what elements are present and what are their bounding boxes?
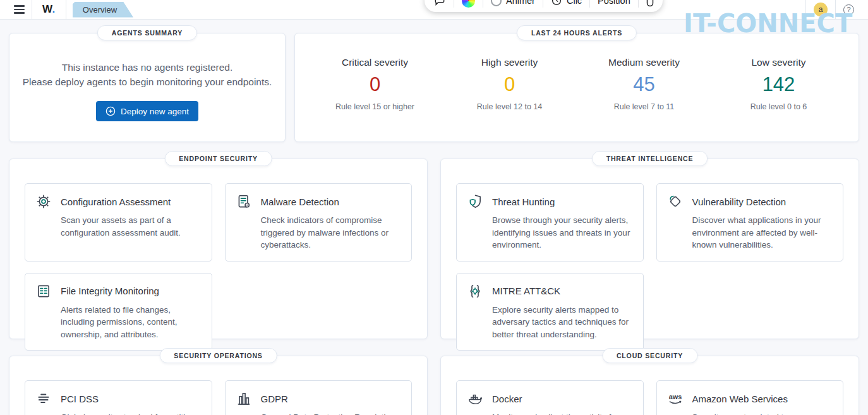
card-title[interactable]: Malware Detection [261,196,339,207]
svg-text:aws: aws [668,393,681,400]
card-threat-hunting[interactable]: Threat Hunting Browse through your secur… [456,183,644,262]
card-malware-detection[interactable]: Malware Detection Check indicators of co… [225,183,413,262]
comment-bubble-icon[interactable] [433,0,446,7]
panel-title-endpoint-security: ENDPOINT SECURITY [164,151,272,166]
divider [483,0,483,8]
card-description: Browse through your security alerts, ide… [492,214,633,251]
card-file-integrity-monitoring[interactable]: File Integrity Monitoring Alerts related… [25,273,212,351]
card-description: Monitor and collect the activity from Do… [492,411,633,415]
panel-title-agents-summary: AGENTS SUMMARY [97,25,197,40]
card-title[interactable]: GDPR [261,394,288,404]
docker-icon [467,390,483,407]
vulnerability-detection-icon [667,193,684,210]
divider [589,0,590,8]
menu-hamburger-icon[interactable] [6,5,32,13]
configuration-assessment-icon [35,193,52,210]
help-icon[interactable]: ? [843,4,854,15]
card-docker[interactable]: Docker Monitor and collect the activity … [456,380,644,415]
card-description: Alerts related to file changes, includin… [61,304,202,341]
mouse-icon[interactable] [646,0,654,7]
agents-empty-message: This instance has no agents registered. … [23,60,272,89]
mitre-attack-icon [467,283,483,299]
card-title[interactable]: Docker [492,394,522,404]
threat-hunting-icon [467,193,483,210]
medium-severity-count[interactable]: 45 [577,73,711,97]
user-avatar[interactable]: a [814,3,828,16]
card-title[interactable]: Threat Hunting [492,196,555,207]
threat-intelligence-panel: THREAT INTELLIGENCE Threat Hunting Brows… [440,159,859,339]
card-title[interactable]: PCI DSS [61,394,99,404]
last-24-hours-alerts-panel: LAST 24 HOURS ALERTS Critical severity 0… [294,33,859,142]
security-operations-panel: SECURITY OPERATIONS PCI DSS Glo [9,356,428,415]
gdpr-icon [236,390,252,407]
panel-title-security-operations: SECURITY OPERATIONS [159,348,277,363]
card-title[interactable]: Vulnerability Detection [692,196,787,207]
file-integrity-monitoring-icon [35,283,52,299]
critical-severity-count[interactable]: 0 [308,73,442,97]
position-tool[interactable]: Position [598,0,630,6]
pci-dss-icon [35,390,52,407]
card-amazon-web-services[interactable]: aws Amazon Web Services Security events … [656,380,844,415]
low-severity-count[interactable]: 142 [711,73,846,97]
card-mitre-attack[interactable]: MITRE ATT&CK Explore security alerts map… [456,273,644,351]
medium-severity-stat[interactable]: Medium severity 45 Rule level 7 to 11 [577,57,711,111]
divider [805,0,806,19]
card-description: Security events related to your Amazon A… [692,411,833,415]
click-label: Clic [567,0,582,6]
panel-title-threat-intelligence: THREAT INTELLIGENCE [592,151,708,166]
card-title[interactable]: Configuration Assessment [61,196,171,207]
breadcrumb-overview-tab[interactable]: Overview [73,2,133,18]
card-description: Check indicators of compromise triggered… [261,214,402,251]
card-title[interactable]: File Integrity Monitoring [61,286,159,296]
agents-summary-panel: AGENTS SUMMARY This instance has no agen… [9,33,286,142]
aws-icon: aws [667,390,684,407]
color-wheel-icon[interactable] [462,0,475,8]
card-gdpr[interactable]: GDPR General Data Protection Regulation … [225,380,413,415]
divider [66,0,66,19]
panel-title-last-24-hours-alerts: LAST 24 HOURS ALERTS [517,25,637,40]
plus-circle-icon [105,106,116,116]
animate-tool[interactable]: Animer [491,0,535,6]
high-severity-stat[interactable]: High severity 0 Rule level 12 to 14 [442,57,577,111]
malware-detection-icon [236,193,252,210]
animate-label: Animer [506,0,535,6]
critical-severity-stat[interactable]: Critical severity 0 Rule level 15 or hig… [308,57,442,111]
wazuh-logo[interactable]: W. [32,3,66,16]
low-severity-stat[interactable]: Low severity 142 Rule level 0 to 6 [711,57,846,111]
clock-icon [551,0,562,6]
panel-title-cloud-security: CLOUD SECURITY [602,348,697,363]
card-vulnerability-detection[interactable]: Vulnerability Detection Discover what ap… [656,183,844,262]
click-tool[interactable]: Clic [551,0,582,6]
annotation-toolbar: Animer Clic Position [425,0,663,12]
card-description: General Data Protection Regulation (GDPR… [261,411,402,415]
card-title[interactable]: MITRE ATT&CK [492,286,560,296]
card-title[interactable]: Amazon Web Services [692,394,788,404]
card-configuration-assessment[interactable]: Configuration Assessment Scan your asset… [25,183,212,262]
high-severity-count[interactable]: 0 [442,73,577,97]
card-description: Discover what applications in your envir… [692,214,833,251]
card-description: Global security standard for entities th… [61,411,202,415]
divider [638,0,639,8]
card-pci-dss[interactable]: PCI DSS Global security standard for ent… [25,380,212,415]
endpoint-security-panel: ENDPOINT SECURITY [9,159,428,339]
card-description: Explore security alerts mapped to advers… [492,304,633,341]
divider [543,0,543,8]
loop-icon [491,0,502,6]
divider [454,0,454,8]
cloud-security-panel: CLOUD SECURITY [440,356,859,415]
deploy-new-agent-button[interactable]: Deploy new agent [96,101,198,121]
card-description: Scan your assets as part of a configurat… [61,214,202,239]
divider [835,0,836,19]
dashboard-content: AGENTS SUMMARY This instance has no agen… [0,20,868,415]
